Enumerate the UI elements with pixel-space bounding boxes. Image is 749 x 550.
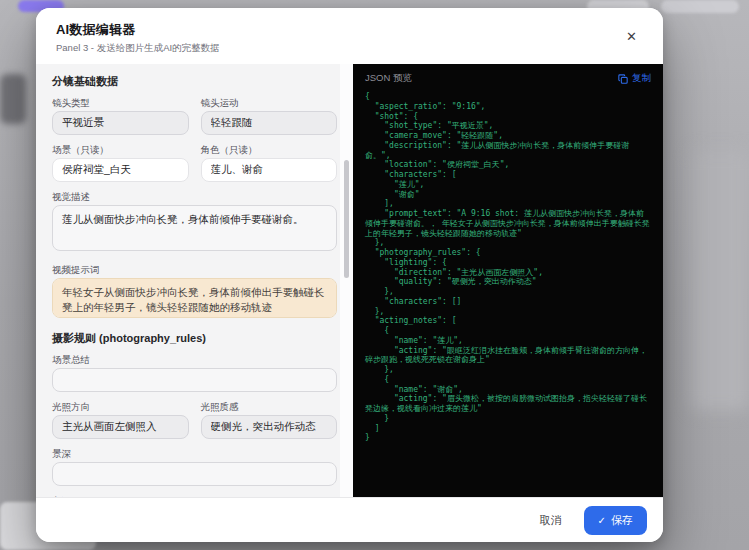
json-preview-panel: JSON 预览 复制 { "aspect_ratio": "9:16", "sh… xyxy=(353,64,663,497)
depth-of-field-input[interactable] xyxy=(52,462,337,486)
section-photography-rules: 摄影规则 (photography_rules) xyxy=(52,331,337,346)
scene-label: 场景（只读） xyxy=(52,144,189,155)
cancel-button[interactable]: 取消 xyxy=(526,506,576,535)
color-tone-label: 色调 xyxy=(52,495,337,497)
check-icon: ✓ xyxy=(598,515,606,526)
light-direction-input[interactable] xyxy=(52,415,189,439)
copy-icon xyxy=(618,74,628,84)
video-prompt-label: 视频提示词 xyxy=(52,264,337,275)
dialog-header: AI数据编辑器 Panel 3 - 发送给图片生成AI的完整数据 ✕ xyxy=(36,8,663,64)
ai-data-editor-dialog: AI数据编辑器 Panel 3 - 发送给图片生成AI的完整数据 ✕ 分镜基础数… xyxy=(36,8,663,542)
shot-type-label: 镜头类型 xyxy=(52,97,189,108)
camera-move-label: 镜头运动 xyxy=(201,97,338,108)
dialog-title: AI数据编辑器 xyxy=(56,21,643,39)
copy-json-button[interactable]: 复制 xyxy=(618,72,651,85)
light-direction-label: 光照方向 xyxy=(52,401,189,412)
json-preview-content: { "aspect_ratio": "9:16", "shot": { "sho… xyxy=(365,92,651,443)
scene-summary-input[interactable] xyxy=(52,368,337,392)
characters-readonly-input xyxy=(201,158,338,182)
json-preview-title: JSON 预览 xyxy=(365,72,412,85)
close-icon: ✕ xyxy=(626,29,637,44)
backdrop-blurred-block xyxy=(0,74,26,124)
visual-description-label: 视觉描述 xyxy=(52,191,337,202)
scene-readonly-input xyxy=(52,158,189,182)
backdrop-blurred-block xyxy=(691,150,749,410)
dialog-footer: 取消 ✓ 保存 xyxy=(36,497,663,542)
save-button[interactable]: ✓ 保存 xyxy=(584,506,647,535)
form-scrollbar-thumb[interactable] xyxy=(344,160,349,278)
copy-button-label: 复制 xyxy=(632,72,651,85)
storyboard-form-panel: 分镜基础数据 镜头类型 镜头运动 场景（只读） 角色（只读） xyxy=(36,64,353,497)
depth-of-field-label: 景深 xyxy=(52,448,337,459)
dialog-subtitle: Panel 3 - 发送给图片生成AI的完整数据 xyxy=(56,42,643,55)
video-prompt-textarea[interactable]: 年轻女子从侧面快步冲向长凳，身体前倾伸出手要触碰长凳上的年轻男子，镜头轻轻跟随她… xyxy=(52,278,337,318)
characters-label: 角色（只读） xyxy=(201,144,338,155)
close-button[interactable]: ✕ xyxy=(622,26,641,47)
visual-description-textarea[interactable]: 莲儿从侧面快步冲向长凳，身体前倾伸手要碰谢俞。 xyxy=(52,205,337,251)
scene-summary-label: 场景总结 xyxy=(52,354,337,365)
backdrop-blurred-toolbar xyxy=(661,0,739,13)
dialog-body: 分镜基础数据 镜头类型 镜头运动 场景（只读） 角色（只读） xyxy=(36,64,663,497)
save-button-label: 保存 xyxy=(611,513,633,528)
form-scrollbar-track xyxy=(340,64,353,497)
light-quality-label: 光照质感 xyxy=(201,401,338,412)
light-quality-input[interactable] xyxy=(201,415,338,439)
shot-type-input[interactable] xyxy=(52,111,189,135)
section-basic-data: 分镜基础数据 xyxy=(52,74,337,89)
camera-move-input[interactable] xyxy=(201,111,338,135)
